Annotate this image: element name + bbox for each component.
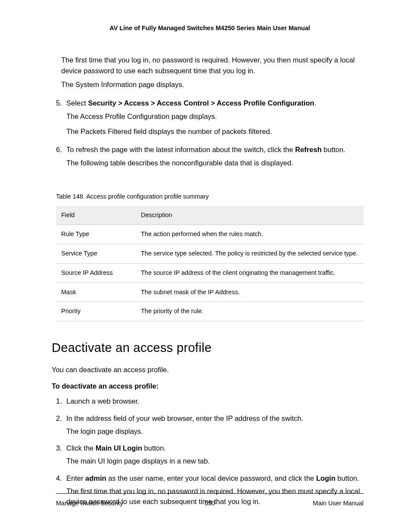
first-login-note: The first time that you log in, no passw… [61, 55, 364, 76]
select-word: Select [66, 99, 88, 107]
table-cell-desc: The service type selected. The policy is… [136, 244, 364, 264]
proc-step-2-text: In the address field of your web browser… [66, 413, 364, 424]
document-header: AV Line of Fully Managed Switches M4250 … [56, 24, 364, 33]
step-5-line1: Select Security > Access > Access Contro… [66, 98, 364, 109]
footer-left: Manage Switch Security [56, 499, 123, 508]
step-number: 4. [56, 473, 62, 484]
sys-info-note: The System Information page displays. [61, 79, 364, 90]
step-6-text-a: To refresh the page with the latest info… [66, 146, 295, 153]
table-cell-field: Mask [56, 283, 136, 302]
page-footer: Manage Switch Security 550 Main User Man… [56, 493, 364, 508]
section-intro: You can deactivate an access profile. [52, 364, 364, 375]
proc-step-4-b: as the user name, enter your local devic… [106, 474, 316, 482]
table-cell-field: Source IP Address [56, 263, 136, 283]
proc-step-2: 2. In the address field of your web brow… [56, 413, 364, 437]
proc-step-3-post: button. [142, 444, 166, 452]
continuing-steps: 5. Select Security > Access > Access Con… [56, 98, 364, 168]
table-cell-desc: The action performed when the rules matc… [136, 225, 364, 244]
table-header-row: Field Description [56, 206, 364, 225]
step-number: 5. [56, 98, 62, 109]
table-cell-field: Priority [56, 302, 136, 321]
table-cell-field: Rule Type [56, 225, 136, 244]
step-6: 6. To refresh the page with the latest i… [56, 144, 364, 168]
footer-page-number: 550 [205, 499, 215, 508]
table-cell-field: Service Type [56, 244, 136, 264]
proc-step-4-line: Enter admin as the user name, enter your… [66, 473, 364, 484]
proc-step-2-after: The login page displays. [66, 426, 364, 437]
table-row: Priority The priority of the rule. [56, 302, 364, 321]
table-header-desc: Description [136, 206, 364, 225]
profile-summary-table: Field Description Rule Type The action p… [56, 206, 364, 322]
procedure-steps: 1. Launch a web browser. 2. In the addre… [56, 396, 364, 507]
step-number: 1. [56, 396, 62, 407]
step-number: 3. [56, 443, 62, 454]
nav-path-dot: . [314, 99, 316, 107]
footer-right: Main User Manual [313, 499, 364, 508]
section-heading: Deactivate an access profile [52, 339, 364, 358]
table-cell-desc: The source IP address of the client orig… [136, 263, 364, 283]
top-indented-block: The first time that you log in, no passw… [61, 55, 364, 90]
procedure-title: To deactivate an access profile: [52, 381, 364, 392]
nav-path: Security > Access > Access Control > Acc… [88, 99, 314, 107]
proc-step-4-a: Enter [66, 474, 85, 482]
table-row: Mask The subnet mask of the IP Address. [56, 283, 364, 302]
proc-step-3: 3. Click the Main UI Login button. The m… [56, 443, 364, 467]
step-number: 6. [56, 144, 62, 155]
step-6-line1: To refresh the page with the latest info… [66, 144, 364, 155]
proc-step-3-after: The main UI login page displays in a new… [66, 456, 364, 467]
step-6-after: The following table describes the noncon… [66, 158, 364, 168]
step-5: 5. Select Security > Access > Access Con… [56, 98, 364, 137]
refresh-word: Refresh [295, 146, 321, 153]
table-header-field: Field [56, 206, 136, 225]
table-row: Service Type The service type selected. … [56, 244, 364, 264]
proc-step-4-c: button. [336, 474, 359, 482]
table-cell-desc: The priority of the rule. [136, 302, 364, 321]
login-bold: Login [316, 474, 336, 482]
table-row: Source IP Address The source IP address … [56, 263, 364, 283]
main-ui-login-bold: Main UI Login [96, 444, 142, 452]
step-6-text-b: button. [321, 146, 345, 153]
proc-step-3-pre: Click the [66, 444, 96, 452]
proc-step-1-text: Launch a web browser. [66, 396, 364, 407]
table-cell-desc: The subnet mask of the IP Address. [136, 283, 364, 302]
proc-step-3-line: Click the Main UI Login button. [66, 443, 364, 454]
page-content: The first time that you log in, no passw… [56, 55, 364, 507]
step-5-after2: The Packets Filtered field displays the … [66, 126, 364, 137]
admin-bold: admin [85, 474, 106, 482]
table-row: Rule Type The action performed when the … [56, 225, 364, 244]
proc-step-1: 1. Launch a web browser. [56, 396, 364, 407]
step-5-after1: The Access Profile Configuration page di… [66, 111, 364, 122]
step-number: 2. [56, 413, 62, 424]
table-caption: Table 148. Access profile configuration … [56, 192, 364, 202]
